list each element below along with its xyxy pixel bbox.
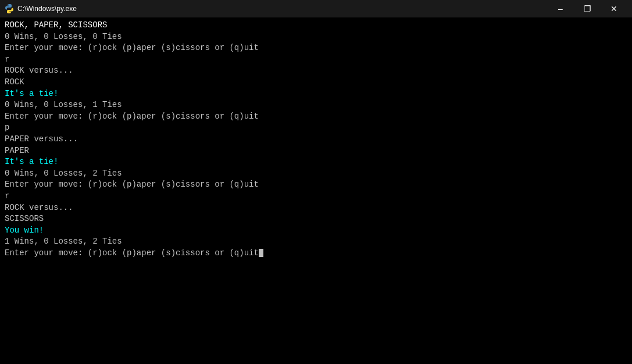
console-line: It's a tie! bbox=[5, 156, 627, 168]
console-line: PAPER versus... bbox=[5, 134, 627, 145]
console-line: r bbox=[5, 191, 627, 202]
console-line: p bbox=[5, 122, 627, 134]
minimize-button[interactable]: – bbox=[547, 0, 574, 17]
console-line: ROCK versus... bbox=[5, 202, 627, 214]
console-line: Enter your move: (r)ock (p)aper (s)cisso… bbox=[5, 111, 627, 123]
console-line: SCISSORS bbox=[5, 213, 627, 225]
console-line: ROCK bbox=[5, 77, 627, 88]
console-line: 1 Wins, 0 Losses, 2 Ties bbox=[5, 236, 627, 248]
console-line: 0 Wins, 0 Losses, 2 Ties bbox=[5, 168, 627, 180]
console-line: It's a tie! bbox=[5, 88, 627, 100]
console-line: Enter your move: (r)ock (p)aper (s)cisso… bbox=[5, 179, 627, 191]
console-line: PAPER bbox=[5, 145, 627, 157]
title-bar: C:\Windows\py.exe – ❐ ✕ bbox=[0, 0, 632, 17]
title-bar-left: C:\Windows\py.exe bbox=[5, 4, 77, 13]
console-line: ROCK, PAPER, SCISSORS bbox=[5, 20, 627, 31]
console-line: 0 Wins, 0 Losses, 1 Ties bbox=[5, 99, 627, 111]
console-line: Enter your move: (r)ock (p)aper (s)cisso… bbox=[5, 42, 627, 54]
window-title: C:\Windows\py.exe bbox=[17, 5, 77, 13]
python-icon bbox=[5, 4, 14, 13]
console-line: r bbox=[5, 54, 627, 66]
console-output: ROCK, PAPER, SCISSORS0 Wins, 0 Losses, 0… bbox=[0, 17, 632, 364]
restore-button[interactable]: ❐ bbox=[574, 0, 601, 17]
console-line: You win! bbox=[5, 225, 627, 237]
console-line: Enter your move: (r)ock (p)aper (s)cisso… bbox=[5, 248, 627, 259]
cursor bbox=[259, 249, 263, 257]
title-bar-controls: – ❐ ✕ bbox=[547, 0, 627, 17]
console-line: ROCK versus... bbox=[5, 65, 627, 77]
close-button[interactable]: ✕ bbox=[601, 0, 627, 17]
console-line: 0 Wins, 0 Losses, 0 Ties bbox=[5, 31, 627, 43]
